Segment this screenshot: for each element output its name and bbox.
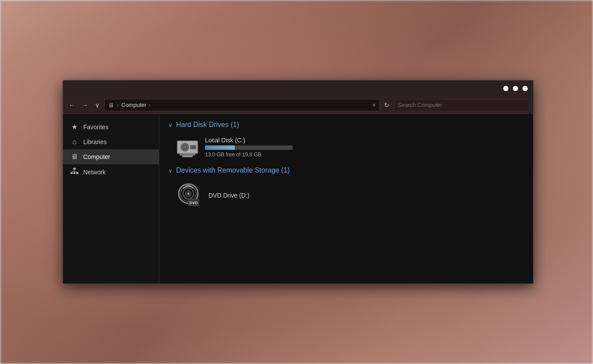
chrome-dot-3 [522, 86, 528, 91]
path-separator-1: › [117, 102, 119, 108]
svg-rect-14 [180, 154, 195, 155]
libraries-label: Libraries [83, 138, 107, 145]
svg-line-6 [74, 171, 78, 172]
address-path[interactable]: 🖥 › Computer › ∨ [104, 99, 380, 111]
svg-line-5 [72, 171, 75, 172]
hdd-icon [176, 137, 199, 157]
hard-disk-title: Hard Disk Drives (1) [176, 121, 239, 129]
window-chrome [63, 81, 533, 96]
hard-disk-header: ∨ Hard Disk Drives (1) [168, 121, 524, 129]
svg-rect-2 [74, 172, 76, 174]
favorites-icon: ★ [70, 123, 79, 131]
path-computer: Computer [121, 102, 146, 108]
svg-point-20 [187, 192, 190, 195]
svg-rect-13 [191, 146, 195, 148]
sidebar-item-libraries[interactable]: ⌂ Libraries [63, 134, 159, 149]
chrome-dot-2 [513, 86, 518, 91]
svg-text:DVD: DVD [189, 201, 198, 205]
chrome-dot-1 [503, 86, 508, 91]
computer-label: Computer [83, 153, 110, 160]
computer-icon: 🖥 [108, 102, 114, 109]
local-disk-c-info: Local Disk (C:) 13,0 GB free of 19,8 GB [205, 137, 293, 158]
dvd-drive-d-info: DVD Drive (D:) [208, 192, 249, 199]
forward-button[interactable]: → [80, 100, 90, 110]
dvd-drive-d-item[interactable]: DVD DVD Drive (D:) [173, 180, 524, 211]
network-label: Network [83, 169, 106, 176]
search-input[interactable] [398, 102, 526, 108]
svg-rect-3 [76, 172, 78, 174]
file-explorer-window: ← → ∨ 🖥 › Computer › ∨ ↻ ★ Favorites ⌂ L… [63, 80, 533, 284]
hard-disk-chevron[interactable]: ∨ [168, 122, 173, 128]
dvd-icon: DVD [176, 182, 202, 209]
address-chevron: ∨ [372, 102, 376, 108]
removable-storage-chevron[interactable]: ∨ [168, 167, 173, 174]
network-icon [70, 168, 79, 177]
local-disk-c-space: 13,0 GB free of 19,8 GB [205, 152, 293, 158]
computer-sidebar-icon: 🖥 [70, 153, 79, 161]
sidebar: ★ Favorites ⌂ Libraries 🖥 Computer [63, 114, 159, 283]
sidebar-item-computer[interactable]: 🖥 Computer [63, 149, 159, 164]
local-disk-c-item[interactable]: Local Disk (C:) 13,0 GB free of 19,8 GB [173, 134, 524, 160]
svg-point-11 [184, 146, 186, 148]
svg-rect-0 [73, 168, 76, 170]
local-disk-c-bar [205, 145, 293, 150]
removable-storage-title: Devices with Removable Storage (1) [176, 166, 290, 174]
dvd-drive-d-name: DVD Drive (D:) [208, 192, 249, 199]
path-separator-2: › [149, 102, 151, 108]
libraries-icon: ⌂ [70, 138, 79, 146]
back-button[interactable]: ← [67, 100, 77, 110]
main-panel: ∨ Hard Disk Drives (1) [159, 114, 533, 283]
svg-rect-1 [71, 172, 73, 174]
local-disk-c-name: Local Disk (C:) [205, 137, 293, 144]
sidebar-item-favorites[interactable]: ★ Favorites [63, 119, 159, 134]
address-bar: ← → ∨ 🖥 › Computer › ∨ ↻ [63, 96, 533, 114]
hard-disk-section: ∨ Hard Disk Drives (1) [168, 121, 524, 160]
refresh-button[interactable]: ↻ [382, 100, 391, 110]
removable-storage-header: ∨ Devices with Removable Storage (1) [168, 166, 524, 174]
svg-rect-15 [182, 155, 193, 157]
content-area: ★ Favorites ⌂ Libraries 🖥 Computer [63, 114, 533, 283]
favorites-label: Favorites [83, 124, 109, 131]
search-box[interactable] [394, 99, 529, 111]
removable-storage-section: ∨ Devices with Removable Storage (1) [168, 166, 524, 211]
sidebar-item-network[interactable]: Network [63, 164, 159, 180]
local-disk-c-fill [205, 145, 235, 150]
dropdown-button[interactable]: ∨ [93, 100, 102, 110]
